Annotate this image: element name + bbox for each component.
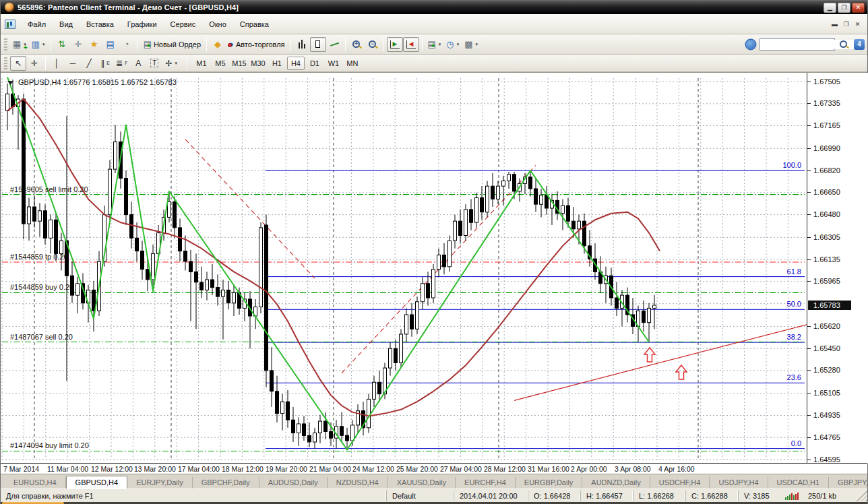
current-price-badge: 1.65783	[808, 301, 851, 310]
price-tick-label: 1.66305	[813, 233, 840, 241]
gear-icon[interactable]	[746, 40, 755, 49]
templates-button[interactable]: ▩▾	[462, 37, 480, 52]
indicators-icon: ▤+	[428, 39, 436, 49]
menu-файл[interactable]: Файл	[21, 18, 53, 30]
price-tick-label: 1.64765	[813, 433, 840, 441]
timeframe-w1[interactable]: W1	[325, 57, 342, 70]
chart-bars-button[interactable]	[294, 37, 310, 52]
toolbar-drag-handle-2[interactable]	[4, 57, 7, 69]
timeframe-m30[interactable]: M30	[249, 57, 267, 70]
time-tick-label: 12 Mar 12:00	[91, 465, 133, 473]
tester-clock-icon: ◔	[124, 39, 129, 49]
favorites-button[interactable]: ★	[86, 37, 102, 52]
zoom-in-button[interactable]: +	[348, 37, 365, 52]
search-button[interactable]	[835, 37, 851, 52]
timeframe-m5[interactable]: M5	[212, 57, 229, 70]
toolbar-standard: ▦+▾ ▥▾ ⇅ ✛ ★ ▤ ◔ ▤+Новый Ордер ◆ ●Авто-т…	[1, 34, 867, 55]
menu-графики[interactable]: Графики	[121, 18, 164, 30]
status-profile[interactable]: Default	[386, 491, 454, 501]
autotrade-button[interactable]: ●Авто-торговля	[226, 37, 288, 52]
menu-окно[interactable]: Окно	[202, 18, 233, 30]
order-label-sell: #1487067 sell 0.20	[10, 333, 73, 341]
zoom-out-button[interactable]: −	[365, 37, 381, 52]
indicators-button[interactable]: ▤+▾	[425, 37, 444, 52]
tab-gbpjpy-daily[interactable]: GBPJPY,Daily	[829, 477, 868, 489]
chart-candles-button[interactable]	[310, 37, 326, 52]
tab-audnzd-daily[interactable]: AUDNZD,Daily	[582, 477, 650, 489]
autoscroll-button[interactable]: ▶	[387, 37, 403, 52]
crosshair-icon: ✛	[31, 59, 38, 68]
cursor-tool-button[interactable]: ↖	[10, 56, 26, 71]
tab-xauusd-daily[interactable]: XAUUSD,Daily	[388, 477, 456, 489]
time-tick-label: 31 Mar 16:00	[528, 465, 569, 473]
chart-shift-button[interactable]: ◀	[403, 37, 419, 52]
time-tick-label: 21 Mar 04:00	[309, 465, 351, 473]
market-watch-button[interactable]: ⇅	[54, 37, 70, 52]
terminal-window: 565896: Panteon Client Terminal - Демо С…	[0, 0, 868, 504]
new-order-button[interactable]: ▤+Новый Ордер	[141, 37, 204, 52]
child-restore-button[interactable]: ❐	[840, 20, 852, 29]
crosshair-tool-button[interactable]: ✛	[26, 56, 42, 71]
tab-eurusd-h4[interactable]: EURUSD,H4	[5, 477, 66, 489]
menu-сервис[interactable]: Сервис	[164, 18, 203, 30]
tab-usdcad-h1[interactable]: USDCAD,H1	[768, 477, 830, 489]
tab-eurgbp-daily[interactable]: EURGBP,Daily	[516, 477, 583, 489]
timeframe-d1[interactable]: D1	[306, 57, 323, 70]
tab-audusd-daily[interactable]: AUDUSD,Daily	[259, 477, 328, 489]
search-box: ▾	[760, 38, 835, 51]
window-menu-icon[interactable]	[5, 20, 16, 29]
hline-tool-button[interactable]: ─	[65, 56, 81, 71]
time-axis[interactable]: 7 Mar 201411 Mar 04:0012 Mar 12:0013 Mar…	[1, 463, 867, 474]
fibonacci-tool-button[interactable]: ≣F	[113, 56, 130, 71]
child-close-button[interactable]: ✕	[852, 20, 863, 29]
timeframe-m1[interactable]: M1	[193, 57, 210, 70]
data-window-button[interactable]: ▤	[102, 37, 119, 52]
tab-gbpusd-h4[interactable]: GBPUSD,H4	[66, 476, 128, 489]
text-icon: A	[135, 59, 141, 68]
chart-plot[interactable]: GBPUSD,H4 1.65776 1.65815 1.65752 1.6578…	[1, 73, 807, 464]
vline-tool-button[interactable]: │	[49, 56, 65, 71]
profiles-button[interactable]: ▥▾	[29, 37, 48, 52]
tab-gbpchf-daily[interactable]: GBPCHF,Daily	[193, 477, 259, 489]
menu-вставка[interactable]: Вставка	[80, 18, 121, 30]
child-minimize-button[interactable]: ▬	[829, 20, 840, 29]
tab-usdjpy-h4[interactable]: USDJPY,H4	[710, 477, 768, 489]
strategy-tester-button[interactable]: ◔	[119, 37, 135, 52]
chart-area[interactable]: GBPUSD,H4 1.65776 1.65815 1.65752 1.6578…	[1, 72, 867, 463]
toolbar-drag-handle[interactable]	[4, 38, 7, 51]
timeframe-h4[interactable]: H4	[287, 57, 305, 70]
autoscroll-icon: ▶	[390, 40, 400, 49]
tab-usdchf-h4[interactable]: USDCHF,H4	[650, 477, 710, 489]
arrow-objects-icon: ✢	[165, 59, 172, 68]
new-chart-button[interactable]: ▦+▾	[10, 37, 29, 52]
arrows-tool-button[interactable]: ✢▾	[162, 56, 180, 71]
fib-label-38-2: 38.2	[787, 333, 801, 341]
timeframe-h1[interactable]: H1	[268, 57, 286, 70]
menu-вид[interactable]: Вид	[53, 18, 80, 30]
minimize-button[interactable]: ▁	[824, 3, 836, 13]
timeframe-m15[interactable]: M15	[230, 57, 248, 70]
resize-grip[interactable]	[857, 491, 867, 501]
template-icon: ▩	[464, 39, 472, 49]
order-label-sell-limit: #1549605 sell limit 0.20	[10, 185, 88, 193]
navigator-button[interactable]: ✛	[70, 37, 86, 52]
tab-eurjpy-daily[interactable]: EURJPY,Daily	[127, 477, 193, 489]
price-tick-label: 1.66650	[813, 188, 840, 196]
maximize-button[interactable]: ❐	[838, 3, 850, 13]
price-axis[interactable]: 1.675051.673351.671651.669901.668201.666…	[807, 73, 868, 464]
cursor-icon: ↖	[15, 59, 22, 68]
trendline-tool-button[interactable]: ╱	[81, 56, 97, 71]
metaeditor-button[interactable]: ◆	[210, 37, 226, 52]
periods-button[interactable]: ◷▾	[443, 37, 462, 52]
chart-line-button[interactable]	[326, 37, 342, 52]
label-tool-button[interactable]: T	[146, 56, 162, 71]
tab-eurchf-h4[interactable]: EURCHF,H4	[456, 477, 516, 489]
notifications-badge[interactable]: 4	[854, 39, 865, 50]
menu-справка[interactable]: Справка	[233, 18, 276, 30]
close-button[interactable]: ✕	[852, 3, 865, 13]
text-tool-button[interactable]: A	[130, 56, 146, 71]
tab-nzdusd-h4[interactable]: NZDUSD,H4	[328, 477, 388, 489]
chart-tab-bar: EURUSD,H4GBPUSD,H4EURJPY,DailyGBPCHF,Dai…	[1, 474, 867, 489]
timeframe-mn[interactable]: MN	[344, 57, 361, 70]
channel-tool-button[interactable]: ∥E	[97, 56, 113, 71]
